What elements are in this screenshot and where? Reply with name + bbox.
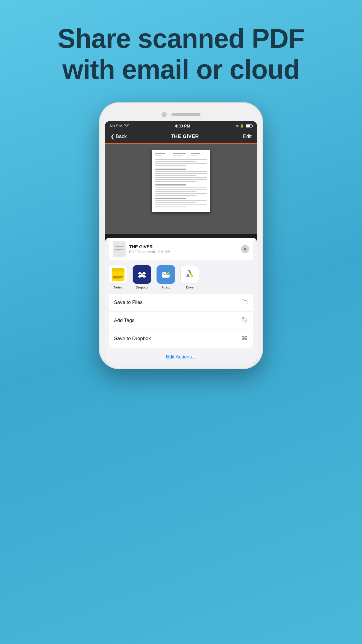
doc-page (152, 150, 210, 212)
notes-label: Notes (114, 286, 122, 289)
phone-container: No SIM 4:33 PM ⊕ 🔒 (0, 103, 362, 369)
drive-label: Drive (186, 286, 194, 289)
save-to-files-label: Save to Files (114, 300, 143, 305)
dropbox-app-icon (133, 265, 151, 284)
phone-top-bar (105, 108, 257, 121)
drive-app-icon (180, 265, 199, 284)
headline-line1: Share scanned PDF (57, 24, 304, 53)
clock-icon: ⊕ (236, 124, 239, 128)
file-info: THE GIVER PDF Document · 3.6 MB ✕ (109, 238, 253, 260)
nav-bar: ❮ Back THE GIVER Edit (105, 131, 257, 144)
dropbox-action-icon (241, 335, 248, 343)
doc-preview (105, 144, 257, 234)
share-sheet: THE GIVER PDF Document · 3.6 MB ✕ (105, 238, 257, 363)
lock-icon: 🔒 (240, 124, 244, 128)
back-chevron-icon: ❮ (110, 134, 115, 140)
app-item-notes[interactable]: Notes (109, 265, 127, 289)
carrier-label: No SIM (110, 124, 122, 128)
status-bar: No SIM 4:33 PM ⊕ 🔒 (105, 121, 257, 131)
phone-shell: No SIM 4:33 PM ⊕ 🔒 (99, 103, 263, 369)
wifi-icon (124, 124, 129, 128)
add-tags-label: Add Tags (114, 318, 135, 323)
headline: Share scanned PDF with email or cloud (0, 0, 362, 97)
file-type: PDF Document (129, 250, 155, 254)
app-item-dropbox[interactable]: Dropbox (133, 265, 151, 289)
back-button[interactable]: ❮ Back (110, 134, 127, 140)
status-right: ⊕ 🔒 (236, 124, 252, 128)
svg-point-3 (166, 271, 170, 275)
svg-point-4 (243, 318, 244, 319)
folder-icon (241, 298, 248, 307)
status-time: 4:33 PM (175, 124, 190, 128)
inbox-app-icon (157, 265, 175, 284)
file-thumbnail (113, 241, 126, 257)
save-to-dropbox-button[interactable]: Save to Dropbox (109, 330, 253, 348)
save-to-dropbox-label: Save to Dropbox (114, 336, 151, 342)
action-list: Save to Files Add Tags (109, 294, 253, 348)
save-to-files-button[interactable]: Save to Files (109, 294, 253, 312)
dropbox-label: Dropbox (136, 286, 148, 289)
file-meta: PDF Document · 3.6 MB (129, 250, 238, 254)
inbox-label: Inbox (162, 286, 170, 289)
battery-icon (246, 124, 252, 127)
edit-actions-label: Edit Actions... (166, 354, 196, 360)
tag-icon (241, 316, 248, 325)
nav-title: THE GIVER (171, 134, 199, 139)
file-size: 3.6 MB (158, 250, 170, 254)
edit-actions-button[interactable]: Edit Actions... (105, 351, 257, 363)
back-label: Back (116, 134, 127, 139)
close-button[interactable]: ✕ (241, 245, 249, 253)
phone-speaker (171, 113, 201, 116)
file-details: THE GIVER PDF Document · 3.6 MB (129, 244, 238, 254)
file-size-separator: · (156, 250, 158, 254)
status-left: No SIM (110, 124, 129, 128)
apps-row: Notes (105, 260, 257, 291)
notes-app-icon (109, 265, 127, 284)
app-item-inbox[interactable]: Inbox (157, 265, 175, 289)
phone-screen: No SIM 4:33 PM ⊕ 🔒 (105, 121, 257, 363)
edit-button[interactable]: Edit (243, 134, 252, 139)
add-tags-button[interactable]: Add Tags (109, 312, 253, 330)
headline-line2: with email or cloud (62, 55, 300, 84)
notes-inner (112, 268, 124, 281)
file-name: THE GIVER (129, 244, 238, 249)
phone-camera (161, 112, 167, 117)
app-item-drive[interactable]: Drive (180, 265, 199, 289)
